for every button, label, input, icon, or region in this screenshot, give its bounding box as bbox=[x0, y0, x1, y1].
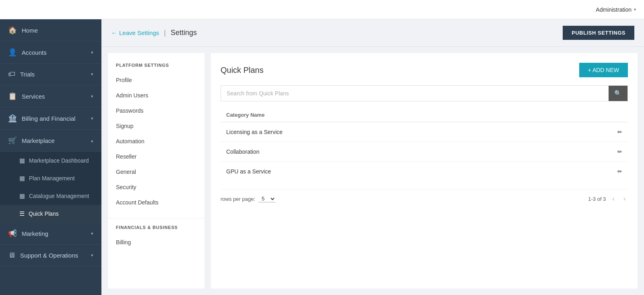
panel-item-account-defaults[interactable]: Account Defaults bbox=[108, 195, 204, 210]
search-icon: 🔍 bbox=[614, 90, 622, 97]
quick-plans-title: Quick Plans bbox=[221, 66, 264, 75]
sidebar-item-accounts-label: Accounts bbox=[22, 49, 47, 56]
back-arrow-icon: ← bbox=[111, 29, 117, 36]
panel-item-signup[interactable]: Signup bbox=[108, 118, 204, 134]
right-panel: Quick Plans + ADD NEW 🔍 Category Name bbox=[211, 53, 638, 289]
sidebar-item-plan-management[interactable]: ▦ Plan Management bbox=[0, 169, 101, 187]
admin-chevron-icon: ▾ bbox=[634, 7, 636, 12]
dashboard-icon: ▦ bbox=[19, 157, 25, 164]
panel-item-admin-users[interactable]: Admin Users bbox=[108, 88, 204, 103]
panel-item-passwords[interactable]: Passwords bbox=[108, 103, 204, 118]
search-button[interactable]: 🔍 bbox=[609, 86, 627, 101]
category-name-cell: Collaboration bbox=[221, 142, 612, 162]
plan-management-icon: ▦ bbox=[19, 175, 25, 182]
rows-per-page-section: rows per page: 5102550 bbox=[221, 195, 276, 202]
home-icon: 🏠 bbox=[8, 26, 17, 35]
financials-section-title: FINANCIALS & BUSINESS bbox=[108, 218, 204, 235]
admin-menu[interactable]: Administration ▾ bbox=[596, 6, 636, 13]
sidebar: 🏠 Home 👤 Accounts ▾ 🏷 Trials ▾ 📋 Service… bbox=[0, 19, 101, 295]
support-icon: 🖥 bbox=[8, 251, 15, 260]
rows-select[interactable]: 5102550 bbox=[258, 195, 276, 202]
panel-item-automation[interactable]: Automation bbox=[108, 134, 204, 149]
panel-item-reseller[interactable]: Reseller bbox=[108, 149, 204, 164]
search-input[interactable] bbox=[221, 86, 609, 101]
pagination-right: 1-3 of 3 ‹ › bbox=[588, 194, 628, 203]
billing-icon: 🏦 bbox=[8, 114, 17, 123]
publish-settings-button[interactable]: PUBLISH SETTINGS bbox=[563, 26, 634, 40]
left-panel: PLATFORM SETTINGS Profile Admin Users Pa… bbox=[108, 53, 204, 289]
main-layout: 🏠 Home 👤 Accounts ▾ 🏷 Trials ▾ 📋 Service… bbox=[0, 19, 644, 295]
quick-plans-label: Quick Plans bbox=[29, 210, 59, 217]
back-link[interactable]: ← Leave Settings bbox=[111, 29, 159, 36]
quick-plans-table: Category Name Licensing as a Service ✏ C… bbox=[221, 108, 628, 181]
marketing-chevron-icon: ▾ bbox=[91, 231, 93, 236]
page-info: 1-3 of 3 bbox=[588, 196, 606, 202]
sidebar-item-trials[interactable]: 🏷 Trials ▾ bbox=[0, 64, 101, 85]
plan-management-label: Plan Management bbox=[29, 175, 75, 182]
trials-chevron-icon: ▾ bbox=[91, 72, 93, 77]
catalogue-management-label: Catalogue Management bbox=[29, 193, 89, 199]
back-label: Leave Settings bbox=[119, 29, 159, 36]
services-icon: 📋 bbox=[8, 92, 17, 101]
panel-item-billing[interactable]: Billing bbox=[108, 235, 204, 250]
admin-label: Administration bbox=[596, 6, 632, 13]
sidebar-item-marketing[interactable]: 📢 Marketing ▾ bbox=[0, 223, 101, 245]
accounts-chevron-icon: ▾ bbox=[91, 50, 93, 55]
sidebar-item-quick-plans[interactable]: ☰ Quick Plans bbox=[0, 205, 101, 223]
edit-icon[interactable]: ✏ bbox=[612, 142, 628, 162]
sidebar-item-marketplace-label: Marketplace bbox=[22, 137, 55, 144]
panel-item-profile[interactable]: Profile bbox=[108, 72, 204, 88]
trials-icon: 🏷 bbox=[8, 70, 15, 78]
quick-plans-icon: ☰ bbox=[19, 210, 25, 217]
marketplace-icon: 🛒 bbox=[8, 136, 17, 145]
category-name-cell: GPU as a Service bbox=[221, 162, 612, 182]
sidebar-item-home[interactable]: 🏠 Home bbox=[0, 19, 101, 41]
sidebar-item-catalogue-management[interactable]: ▦ Catalogue Management bbox=[0, 187, 101, 205]
edit-icon[interactable]: ✏ bbox=[612, 122, 628, 142]
rows-per-page-select[interactable]: 5102550 bbox=[258, 195, 276, 202]
header-separator: | bbox=[164, 29, 166, 37]
content-area: ← Leave Settings | Settings PUBLISH SETT… bbox=[101, 19, 644, 295]
edit-icon[interactable]: ✏ bbox=[612, 162, 628, 182]
sidebar-item-services[interactable]: 📋 Services ▾ bbox=[0, 85, 101, 107]
add-new-button[interactable]: + ADD NEW bbox=[579, 63, 628, 77]
sidebar-item-marketplace[interactable]: 🛒 Marketplace ▴ bbox=[0, 130, 101, 152]
next-page-button[interactable]: › bbox=[621, 194, 628, 203]
sidebar-item-accounts[interactable]: 👤 Accounts ▾ bbox=[0, 41, 101, 64]
rows-per-page-label: rows per page: bbox=[221, 196, 255, 202]
sidebar-item-billing-label: Billing and Financial bbox=[22, 115, 75, 122]
search-bar: 🔍 bbox=[221, 85, 628, 101]
settings-layout: PLATFORM SETTINGS Profile Admin Users Pa… bbox=[101, 47, 644, 295]
sidebar-item-home-label: Home bbox=[22, 27, 38, 34]
table-row: Licensing as a Service ✏ bbox=[221, 122, 628, 142]
catalogue-icon: ▦ bbox=[19, 192, 25, 200]
pagination-bar: rows per page: 5102550 1-3 of 3 ‹ › bbox=[221, 189, 628, 203]
page-title: Settings bbox=[171, 29, 197, 37]
services-chevron-icon: ▾ bbox=[91, 94, 93, 99]
sidebar-item-services-label: Services bbox=[22, 93, 45, 100]
sidebar-item-marketplace-dashboard[interactable]: ▦ Marketplace Dashboard bbox=[0, 152, 101, 169]
panel-item-general[interactable]: General bbox=[108, 164, 204, 179]
platform-settings-title: PLATFORM SETTINGS bbox=[108, 63, 204, 72]
marketplace-dashboard-label: Marketplace Dashboard bbox=[29, 157, 89, 164]
category-name-cell: Licensing as a Service bbox=[221, 122, 612, 142]
sidebar-item-billing[interactable]: 🏦 Billing and Financial ▾ bbox=[0, 107, 101, 130]
content-header: ← Leave Settings | Settings PUBLISH SETT… bbox=[101, 19, 644, 47]
prev-page-button[interactable]: ‹ bbox=[610, 194, 617, 203]
support-chevron-icon: ▾ bbox=[91, 253, 93, 258]
marketplace-chevron-icon: ▴ bbox=[91, 138, 93, 143]
marketplace-submenu: ▦ Marketplace Dashboard ▦ Plan Managemen… bbox=[0, 152, 101, 223]
table-row: Collaboration ✏ bbox=[221, 142, 628, 162]
sidebar-item-trials-label: Trials bbox=[20, 71, 35, 78]
marketing-icon: 📢 bbox=[8, 229, 17, 238]
sidebar-item-marketing-label: Marketing bbox=[22, 230, 48, 237]
sidebar-item-support[interactable]: 🖥 Support & Operations ▾ bbox=[0, 245, 101, 266]
panel-item-security[interactable]: Security bbox=[108, 179, 204, 195]
accounts-icon: 👤 bbox=[8, 48, 17, 57]
breadcrumb: ← Leave Settings | Settings bbox=[111, 29, 197, 37]
table-header-row: Category Name bbox=[221, 108, 628, 122]
right-panel-header: Quick Plans + ADD NEW bbox=[221, 63, 628, 77]
table-row: GPU as a Service ✏ bbox=[221, 162, 628, 182]
topbar: Administration ▾ bbox=[0, 0, 644, 19]
sidebar-item-support-label: Support & Operations bbox=[20, 252, 78, 259]
